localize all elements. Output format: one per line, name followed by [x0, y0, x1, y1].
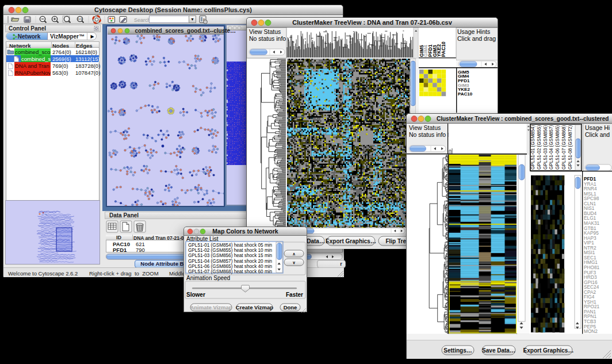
svg-text:1:1: 1:1	[78, 18, 82, 21]
svg-text:GPL51-01 (GSM854): GPL51-01 (GSM854)	[530, 125, 536, 170]
svg-text:GPL51-04 (GSM857) heat shock 2: GPL51-04 (GSM857) heat shock 20 min	[188, 259, 273, 264]
svg-text:GPL51-03 (GSM856) heat shock 1: GPL51-03 (GSM856) heat shock 15 min	[188, 253, 273, 258]
svg-text:GPL51-07 (GSM868) heat shock 6: GPL51-07 (GSM868) heat shock 60 min	[188, 269, 273, 274]
svg-text:MON2: MON2	[584, 328, 598, 334]
svg-text:GPL51-06 (GSM865): GPL51-06 (GSM865)	[555, 125, 560, 170]
svg-text:GPL51-06 (GSM865) heat shock 4: GPL51-06 (GSM865) heat shock 40 min	[188, 264, 273, 269]
svg-text:PAC10: PAC10	[441, 41, 446, 57]
svg-text:Create Vizmap: Create Vizmap	[236, 304, 273, 311]
svg-text:View Status: View Status	[409, 124, 441, 131]
svg-text:Animate Vizmap: Animate Vizmap	[190, 304, 232, 311]
svg-text:Usage Hi: Usage Hi	[585, 124, 610, 131]
svg-text:Slower: Slower	[186, 292, 205, 298]
svg-text:Animation Speed: Animation Speed	[186, 275, 230, 281]
svg-text:No status info f: No status info f	[249, 35, 289, 42]
svg-text:View Status: View Status	[249, 28, 281, 35]
svg-text:∨: ∨	[292, 260, 295, 265]
svg-text:Click and: Click and	[585, 131, 610, 138]
svg-text:GPL51-02 (GSM855) heat shock 1: GPL51-02 (GSM855) heat shock 10 min	[188, 248, 273, 253]
svg-text:PAC10: PAC10	[458, 91, 473, 97]
svg-text:GPL51-04 (GSM857): GPL51-04 (GSM857)	[549, 125, 554, 170]
svg-text:GPL51-07 (GSM868): GPL51-07 (GSM868)	[561, 125, 567, 170]
svg-text:Attribute List: Attribute List	[186, 236, 219, 242]
svg-text:Click and drag tc: Click and drag tc	[457, 35, 498, 42]
svg-text:∧: ∧	[292, 252, 295, 256]
svg-text:Settings…: Settings…	[443, 347, 472, 354]
svg-text:Faster: Faster	[286, 292, 303, 298]
svg-text:GPL51-08 (GSM872): GPL51-08 (GSM872)	[568, 125, 573, 170]
svg-text:Export Graphics…: Export Graphics…	[523, 347, 574, 354]
svg-text:Export Graphics…: Export Graphics…	[326, 238, 376, 244]
svg-text:GPL51-03 (GSM856): GPL51-03 (GSM856)	[543, 125, 548, 170]
svg-text:Save Data…: Save Data…	[482, 347, 515, 354]
svg-text:No status info t: No status info t	[409, 131, 449, 138]
svg-text:Done: Done	[284, 304, 297, 311]
svg-text:Usage Hints: Usage Hints	[457, 28, 490, 35]
svg-text:GPL51-01 (GSM854) heat shock 0: GPL51-01 (GSM854) heat shock 05 min	[188, 243, 273, 248]
svg-text:GPL51-02 (GSM855): GPL51-02 (GSM855)	[537, 125, 542, 170]
